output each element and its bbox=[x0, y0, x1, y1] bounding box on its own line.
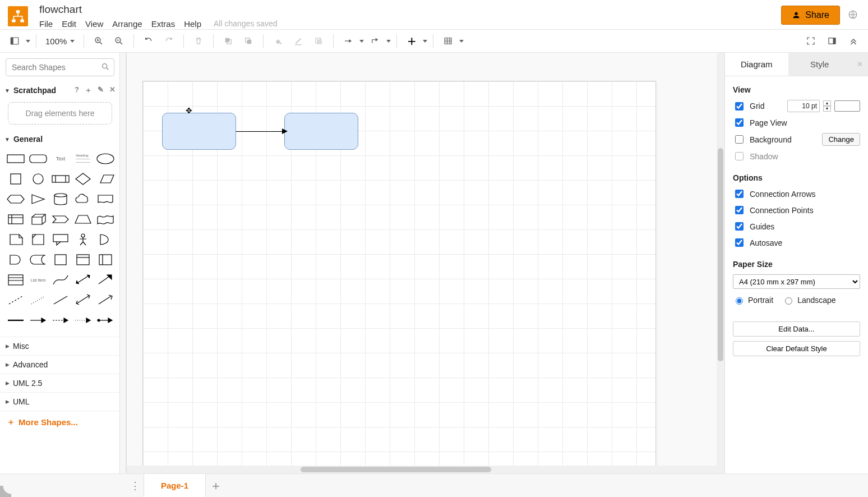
shape-list[interactable] bbox=[6, 271, 26, 288]
shape-diamond[interactable] bbox=[73, 171, 93, 187]
page-tab-current[interactable]: Page-1 bbox=[144, 474, 206, 497]
share-button[interactable]: Share bbox=[781, 6, 840, 25]
add-page-button[interactable]: ＋ bbox=[206, 474, 226, 497]
connection-points-checkbox[interactable] bbox=[735, 206, 744, 214]
scratchpad-header[interactable]: ▼ Scratchpad ? ＋ ✎ ✕ bbox=[0, 82, 120, 99]
menu-help[interactable]: Help bbox=[184, 19, 201, 29]
sidebar-toggle-button[interactable] bbox=[6, 32, 24, 50]
scratchpad-edit-icon[interactable]: ✎ bbox=[98, 85, 104, 95]
shape-arrow[interactable] bbox=[95, 271, 116, 288]
grid-size-stepper[interactable]: ▲▼ bbox=[823, 100, 831, 112]
background-checkbox[interactable] bbox=[735, 135, 744, 144]
shape-dotted-line[interactable] bbox=[28, 292, 48, 309]
menu-view[interactable]: View bbox=[85, 19, 103, 29]
line-color-button[interactable] bbox=[289, 32, 307, 50]
chevron-down-icon[interactable] bbox=[459, 40, 464, 43]
shape-note[interactable] bbox=[6, 231, 26, 248]
zoom-select[interactable]: 100% bbox=[42, 36, 78, 46]
undo-button[interactable] bbox=[140, 32, 158, 50]
canvas-vertical-scrollbar[interactable] bbox=[717, 53, 724, 473]
chevron-down-icon[interactable] bbox=[359, 40, 364, 43]
panel-close-icon[interactable]: ✕ bbox=[851, 53, 868, 76]
menu-edit[interactable]: Edit bbox=[62, 19, 76, 29]
canvas-area[interactable]: ✥ bbox=[127, 53, 724, 473]
shape-container[interactable] bbox=[50, 251, 71, 268]
insert-button[interactable]: + bbox=[403, 32, 421, 50]
shape-curve[interactable] bbox=[50, 271, 71, 288]
shape-hexagon[interactable] bbox=[6, 191, 26, 208]
search-shapes-field[interactable] bbox=[6, 58, 114, 76]
shadow-checkbox[interactable] bbox=[735, 152, 744, 160]
shape-frame-h[interactable] bbox=[73, 251, 93, 268]
shape-or[interactable] bbox=[95, 231, 116, 248]
shape-actor[interactable] bbox=[73, 231, 93, 248]
shape-process[interactable] bbox=[50, 171, 71, 187]
shape-textbox[interactable]: Heading──────────── bbox=[73, 150, 93, 167]
canvas-horizontal-scrollbar[interactable] bbox=[127, 466, 717, 473]
shape-link-dashed[interactable] bbox=[50, 312, 71, 329]
scratchpad-help-icon[interactable]: ? bbox=[75, 85, 79, 95]
diagram-page[interactable]: ✥ bbox=[142, 81, 656, 473]
shape-tape[interactable] bbox=[95, 211, 116, 228]
delete-button[interactable] bbox=[190, 32, 207, 50]
scratchpad-dropzone[interactable]: Drag elements here bbox=[8, 102, 112, 125]
chevron-down-icon[interactable] bbox=[386, 40, 391, 43]
format-panel-toggle-button[interactable] bbox=[823, 32, 841, 50]
shape-data-storage[interactable] bbox=[28, 251, 48, 268]
to-front-button[interactable] bbox=[219, 32, 237, 50]
sidebar-accordion-uml[interactable]: ▶UML bbox=[0, 392, 120, 411]
portrait-radio[interactable] bbox=[736, 297, 743, 305]
tab-diagram[interactable]: Diagram bbox=[725, 53, 788, 76]
sidebar-accordion-uml25[interactable]: ▶UML 2.5 bbox=[0, 374, 120, 392]
scratchpad-close-icon[interactable]: ✕ bbox=[109, 85, 116, 95]
sidebar-accordion-misc[interactable]: ▶Misc bbox=[0, 337, 120, 355]
scrollbar-thumb[interactable] bbox=[718, 148, 723, 361]
scratchpad-add-icon[interactable]: ＋ bbox=[85, 85, 92, 95]
edit-data-button[interactable]: Edit Data... bbox=[733, 321, 860, 337]
shape-dashed-line[interactable] bbox=[6, 292, 26, 309]
page-tabs-menu-button[interactable]: ⋮ bbox=[127, 474, 144, 497]
search-input[interactable] bbox=[6, 58, 114, 76]
shape-circle[interactable] bbox=[28, 171, 48, 187]
clear-default-style-button[interactable]: Clear Default Style bbox=[733, 341, 860, 356]
shape-step[interactable] bbox=[50, 211, 71, 228]
shape-trapezoid[interactable] bbox=[73, 211, 93, 228]
shape-rectangle[interactable] bbox=[6, 150, 26, 167]
shape-link[interactable] bbox=[6, 312, 26, 329]
shape-frame-v[interactable] bbox=[95, 251, 116, 268]
app-logo-icon[interactable] bbox=[8, 6, 28, 26]
pageview-checkbox[interactable] bbox=[735, 118, 744, 127]
diagram-node-1[interactable] bbox=[162, 113, 236, 150]
shape-directional-connector[interactable] bbox=[95, 292, 116, 309]
paper-size-select[interactable]: A4 (210 mm x 297 mm) bbox=[733, 274, 860, 289]
diagram-edge-line[interactable] bbox=[236, 131, 283, 132]
table-button[interactable] bbox=[439, 32, 457, 50]
chevron-down-icon[interactable] bbox=[423, 40, 427, 43]
collapse-toolbar-button[interactable] bbox=[844, 32, 862, 50]
shape-bi-connector[interactable] bbox=[73, 292, 93, 309]
fill-color-button[interactable] bbox=[269, 32, 287, 50]
grid-size-input[interactable]: 10 pt bbox=[787, 100, 820, 112]
diagram-node-2[interactable] bbox=[284, 113, 358, 150]
shape-line[interactable] bbox=[50, 292, 71, 309]
sidebar-accordion-advanced[interactable]: ▶Advanced bbox=[0, 355, 120, 374]
waypoint-style-button[interactable] bbox=[366, 32, 384, 50]
shape-list-item[interactable]: List Item bbox=[28, 271, 48, 288]
shape-link-circle-arrow[interactable] bbox=[95, 312, 116, 329]
redo-button[interactable] bbox=[160, 32, 178, 50]
shape-internal-storage[interactable] bbox=[6, 211, 26, 228]
shape-and[interactable] bbox=[6, 251, 26, 268]
general-shapes-header[interactable]: ▼ General bbox=[0, 131, 120, 147]
to-back-button[interactable] bbox=[239, 32, 257, 50]
shape-rounded-rectangle[interactable] bbox=[28, 150, 48, 167]
document-title[interactable]: flowchart bbox=[39, 4, 278, 16]
sidebar-scrollbar[interactable] bbox=[119, 53, 126, 473]
menu-file[interactable]: File bbox=[39, 19, 53, 29]
shape-callout[interactable] bbox=[50, 231, 71, 248]
connection-arrows-checkbox[interactable] bbox=[735, 190, 744, 198]
shape-cloud[interactable] bbox=[73, 191, 93, 208]
language-icon[interactable] bbox=[848, 10, 858, 21]
zoom-out-button[interactable] bbox=[110, 32, 128, 50]
sidebar-toggle-caret-icon[interactable] bbox=[26, 40, 30, 43]
more-shapes-button[interactable]: ＋ More Shapes... bbox=[0, 411, 120, 435]
